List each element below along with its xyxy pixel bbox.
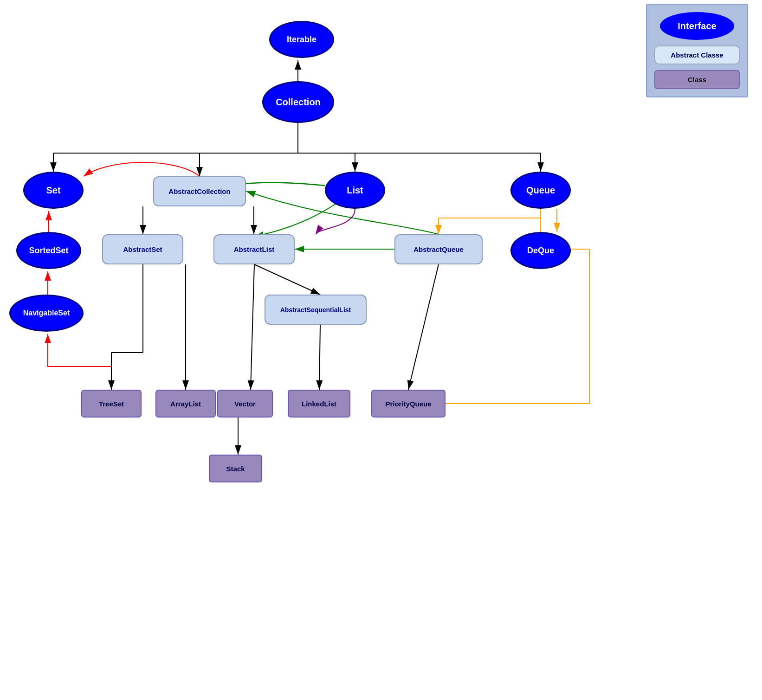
node-navigableset: NavigableSet [9, 295, 84, 332]
node-list: List [325, 172, 385, 209]
legend-abstract: Abstract Classe [654, 45, 740, 64]
node-priorityqueue: PriorityQueue [371, 390, 446, 417]
diagram-container: Iterable Collection Set List Queue Sorte… [0, 0, 762, 700]
legend-box: Interface Abstract Classe Class [646, 4, 748, 97]
node-set: Set [23, 172, 84, 209]
svg-line-22 [319, 325, 320, 390]
node-sortedset: SortedSet [16, 232, 81, 269]
node-deque: DeQue [510, 232, 571, 269]
svg-line-21 [254, 264, 320, 295]
node-queue: Queue [510, 172, 571, 209]
node-stack: Stack [209, 455, 262, 482]
legend-interface: Interface [660, 12, 734, 40]
node-collection: Collection [262, 81, 334, 123]
node-treeset: TreeSet [81, 390, 142, 417]
node-abstractset: AbstractSet [102, 234, 183, 264]
svg-line-23 [408, 264, 439, 390]
svg-line-20 [251, 264, 254, 390]
node-abstractsequentiallist: AbstractSequentialList [265, 295, 367, 325]
node-vector: Vector [217, 390, 273, 417]
legend-class: Class [654, 70, 740, 89]
node-iterable: Iterable [269, 21, 334, 58]
node-abstractlist: AbstractList [213, 234, 295, 264]
node-abstractqueue: AbstractQueue [394, 234, 483, 264]
node-abstractcollection: AbstractCollection [153, 176, 246, 206]
node-arraylist: ArrayList [155, 390, 216, 417]
node-linkedlist: LinkedList [288, 390, 350, 417]
arrows-svg [0, 0, 762, 700]
